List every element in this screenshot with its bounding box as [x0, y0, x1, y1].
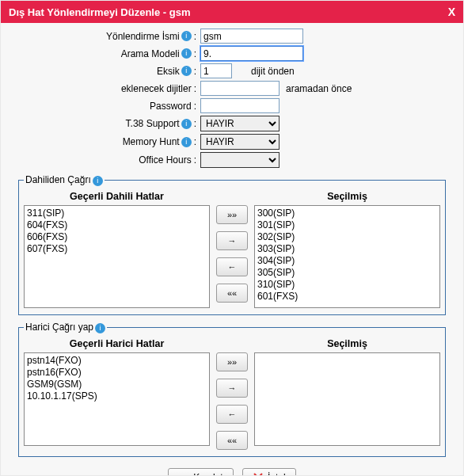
cancel-button[interactable]: İptal [242, 468, 296, 475]
cancel-label: İptal [268, 472, 286, 475]
label-routing-name: Yönlendirme İsmi [106, 31, 180, 42]
save-label: Kaydet [193, 472, 222, 475]
label-prepend: eklenecek dijitler [121, 83, 192, 94]
trim-suffix: dijit önden [251, 66, 295, 77]
label-memhunt: Memory Hunt [123, 136, 180, 147]
dialog-body: Yönlendirme İsmii: Arama Modelii: Eksiki… [1, 23, 463, 475]
close-icon [253, 472, 264, 475]
external-avail-head: Geçerli Harici Hatlar [24, 338, 210, 349]
internal-sel-list[interactable]: 300(SIP)301(SIP)302(SIP)303(SIP)304(SIP)… [254, 205, 440, 308]
footer: Kaydet İptal [17, 462, 447, 475]
info-icon[interactable]: i [181, 66, 192, 76]
external-fieldset: Harici Çağrı yapi Geçerli Harici Hatlar … [18, 322, 446, 457]
office-select[interactable] [200, 152, 280, 168]
list-item[interactable]: 302(SIP) [257, 231, 437, 243]
list-item[interactable]: 604(FXS) [27, 219, 207, 231]
external-sel-list[interactable] [254, 352, 440, 446]
t38-select[interactable]: HAYIR [200, 116, 280, 131]
list-item[interactable]: 601(FXS) [257, 291, 437, 303]
internal-legend: Dahiliden Çağrı [25, 174, 91, 185]
internal-avail-head: Geçerli Dahili Hatlar [24, 191, 210, 202]
external-legend: Harici Çağrı yap [25, 322, 93, 333]
list-item[interactable]: 305(SIP) [257, 267, 437, 279]
prepend-input[interactable] [200, 81, 280, 96]
add-all-button[interactable]: »» [216, 205, 248, 224]
info-icon[interactable]: i [181, 137, 192, 147]
label-trim: Eksik [157, 66, 180, 77]
list-item[interactable]: 607(FXS) [27, 243, 207, 255]
titlebar: Dış Hat Yönlendirmeyi Düzenle - gsm X [1, 1, 463, 23]
internal-sel-head: Seçilmiş [254, 191, 440, 202]
info-icon[interactable]: i [93, 176, 103, 186]
add-all-button[interactable]: »» [216, 352, 248, 371]
remove-button[interactable]: ← [216, 405, 248, 424]
label-password: Password [150, 101, 192, 112]
internal-avail-list[interactable]: 311(SIP)604(FXS)606(FXS)607(FXS) [24, 205, 210, 308]
list-item[interactable]: GSM9(GSM) [27, 379, 207, 390]
search-model-input[interactable] [200, 46, 303, 61]
list-item[interactable]: 304(SIP) [257, 255, 437, 267]
remove-all-button[interactable]: «« [216, 284, 248, 303]
window-title: Dış Hat Yönlendirmeyi Düzenle - gsm [9, 6, 190, 18]
add-button[interactable]: → [216, 231, 248, 250]
list-item[interactable]: pstn16(FXO) [27, 367, 207, 379]
close-icon[interactable]: X [448, 6, 455, 18]
memhunt-select[interactable]: HAYIR [200, 134, 280, 150]
remove-all-button[interactable]: «« [216, 431, 248, 450]
prepend-suffix: aramadan önce [286, 83, 352, 94]
list-item[interactable]: 300(SIP) [257, 208, 437, 219]
label-t38: T.38 Support [126, 118, 180, 129]
external-avail-list[interactable]: pstn14(FXO)pstn16(FXO)GSM9(GSM)10.10.1.1… [24, 352, 210, 446]
check-icon [178, 472, 189, 475]
list-item[interactable]: 301(SIP) [257, 219, 437, 231]
info-icon[interactable]: i [95, 323, 105, 333]
list-item[interactable]: 311(SIP) [27, 208, 207, 219]
save-button[interactable]: Kaydet [168, 468, 233, 475]
info-icon[interactable]: i [181, 119, 192, 129]
list-item[interactable]: 10.10.1.17(SPS) [27, 390, 207, 402]
password-input[interactable] [200, 98, 280, 113]
label-office: Office Hours [139, 154, 191, 166]
label-search-model: Arama Modeli [121, 48, 180, 59]
remove-button[interactable]: ← [216, 257, 248, 276]
trim-input[interactable] [200, 63, 232, 78]
info-icon[interactable]: i [181, 31, 192, 41]
dialog-window: Dış Hat Yönlendirmeyi Düzenle - gsm X Yö… [0, 0, 464, 476]
external-sel-head: Seçilmiş [254, 338, 440, 349]
info-icon[interactable]: i [181, 48, 192, 59]
routing-name-input[interactable] [200, 29, 303, 44]
list-item[interactable]: 606(FXS) [27, 231, 207, 243]
list-item[interactable]: pstn14(FXO) [27, 355, 207, 367]
list-item[interactable]: 303(SIP) [257, 243, 437, 255]
internal-fieldset: Dahiliden Çağrıi Geçerli Dahili Hatlar 3… [18, 174, 446, 315]
list-item[interactable]: 310(SIP) [257, 279, 437, 291]
add-button[interactable]: → [216, 379, 248, 398]
